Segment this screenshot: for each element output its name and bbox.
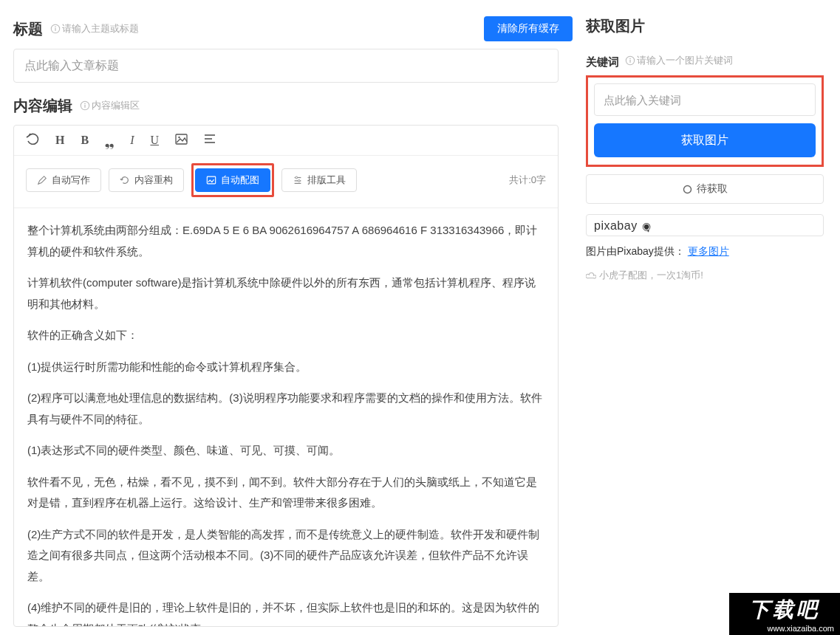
info-icon xyxy=(625,55,635,66)
circle-icon xyxy=(683,185,692,194)
paragraph: (1)表达形式不同的硬件类型、颜色、味道、可见、可摸、可闻。 xyxy=(27,440,544,461)
editor-box: H B ❟❟ I U 自动写作 内容重构 xyxy=(13,125,559,627)
sidebar-footer: 小虎子配图，一次1淘币! xyxy=(586,269,824,282)
title-hint-text: 请输入主题或标题 xyxy=(62,22,139,35)
auto-image-highlight: 自动配图 xyxy=(191,163,274,197)
paragraph: (4)维护不同的硬件是旧的，理论上软件是旧的，并不坏，但实际上软件也是旧的和坏的… xyxy=(27,597,544,626)
clear-cache-button[interactable]: 清除所有缓存 xyxy=(484,16,573,41)
auto-write-label: 自动写作 xyxy=(52,174,90,187)
provider-row: 图片由Pixabay提供： 更多图片 xyxy=(586,245,824,258)
keyword-input[interactable] xyxy=(594,83,816,116)
svg-point-4 xyxy=(84,103,86,105)
paragraph: 软件看不见，无色，枯燥，看不见，摸不到，闻不到。软件大部分存在于人们的头脑或纸上… xyxy=(27,472,544,514)
paragraph: (1)提供运行时所需功能和性能的命令或计算机程序集合。 xyxy=(27,357,544,378)
image-plus-icon xyxy=(206,175,216,185)
keyword-label: 关键词 xyxy=(586,55,619,69)
pencil-icon xyxy=(37,175,47,185)
svg-rect-5 xyxy=(84,105,85,108)
cloud-icon xyxy=(586,270,596,281)
paragraph: (2)程序可以满意地处理信息的数据结构。(3)说明程序功能要求和程序需要的文档的… xyxy=(27,388,544,430)
svg-point-20 xyxy=(683,185,691,193)
camera-icon: ◉̟ xyxy=(639,220,652,232)
heading-icon[interactable]: H xyxy=(55,134,64,147)
editor-content[interactable]: 整个计算机系统由两部分组成：E.69DA 5 E 6 BA 9062616964… xyxy=(14,208,558,626)
refresh-icon xyxy=(120,175,130,185)
title-left: 标题 请输入主题或标题 xyxy=(13,19,139,39)
content-hint-text: 内容编辑区 xyxy=(92,99,140,112)
content-label: 内容编辑 xyxy=(13,96,72,116)
pixabay-logo: pixabay ◉̟ xyxy=(586,214,824,236)
keyword-highlight-box: 获取图片 xyxy=(586,75,824,167)
keyword-hint: 请输入一个图片关键词 xyxy=(625,54,733,67)
sidebar: 获取图片 关键词 请输入一个图片关键词 获取图片 待获取 pixabay ◉̟ … xyxy=(573,0,840,635)
sidebar-title: 获取图片 xyxy=(586,16,824,36)
title-header-row: 标题 请输入主题或标题 清除所有缓存 xyxy=(13,16,573,41)
svg-point-7 xyxy=(178,136,180,137)
underline-icon[interactable]: U xyxy=(150,134,159,147)
paragraph: 整个计算机系统由两部分组成：E.69DA 5 E 6 BA 9062616964… xyxy=(27,220,544,262)
watermark-url: www.xiazaiba.com xyxy=(729,624,840,635)
paragraph: 计算机软件(computer software)是指计算机系统中除硬件以外的所有… xyxy=(27,272,544,315)
watermark-main: 下载吧 xyxy=(729,593,840,624)
image-icon[interactable] xyxy=(175,134,188,148)
title-label: 标题 xyxy=(13,19,43,39)
auto-image-label: 自动配图 xyxy=(221,174,259,187)
pending-label: 待获取 xyxy=(697,182,728,196)
format-toolbar: H B ❟❟ I U xyxy=(14,126,558,156)
keyword-label-row: 关键词 请输入一个图片关键词 xyxy=(586,54,824,69)
svg-point-15 xyxy=(298,179,300,182)
fetch-image-button[interactable]: 获取图片 xyxy=(594,123,816,157)
keyword-hint-text: 请输入一个图片关键词 xyxy=(637,54,733,67)
main-column: 标题 请输入主题或标题 清除所有缓存 内容编辑 内容编辑区 H B ❟❟ I xyxy=(0,0,573,635)
content-header-row: 内容编辑 内容编辑区 xyxy=(13,96,573,116)
undo-icon[interactable] xyxy=(26,133,39,148)
pending-status[interactable]: 待获取 xyxy=(586,174,824,204)
svg-rect-19 xyxy=(629,60,630,63)
svg-point-18 xyxy=(629,58,631,60)
action-toolbar: 自动写作 内容重构 自动配图 排版工具 共计:0字 xyxy=(14,156,558,208)
title-hint: 请输入主题或标题 xyxy=(50,22,139,35)
quote-icon[interactable]: ❟❟ xyxy=(105,140,114,146)
bold-icon[interactable]: B xyxy=(81,134,89,147)
provider-text: 图片由Pixabay提供： xyxy=(586,245,685,257)
content-left: 内容编辑 内容编辑区 xyxy=(13,96,140,116)
layout-tool-button[interactable]: 排版工具 xyxy=(281,168,357,192)
italic-icon[interactable]: I xyxy=(130,134,134,147)
svg-point-13 xyxy=(296,176,298,179)
word-count: 共计:0字 xyxy=(509,174,546,187)
paragraph: (2)生产方式不同的软件是开发，是人类智能的高发挥，而不是传统意义上的硬件制造。… xyxy=(27,524,544,588)
watermark: 下载吧 www.xiazaiba.com xyxy=(729,593,840,635)
info-icon xyxy=(50,24,61,34)
layout-tool-label: 排版工具 xyxy=(307,174,346,187)
paragraph: 软件的正确含义如下： xyxy=(27,325,544,346)
restructure-button[interactable]: 内容重构 xyxy=(109,168,184,192)
svg-rect-11 xyxy=(207,176,215,184)
svg-point-1 xyxy=(55,26,56,27)
settings-icon xyxy=(293,175,303,185)
auto-image-button[interactable]: 自动配图 xyxy=(195,168,270,192)
restructure-label: 内容重构 xyxy=(134,174,173,187)
more-images-link[interactable]: 更多图片 xyxy=(688,245,729,257)
align-icon[interactable] xyxy=(204,134,216,147)
content-hint: 内容编辑区 xyxy=(80,99,140,112)
svg-rect-2 xyxy=(55,27,55,30)
title-input[interactable] xyxy=(13,49,559,83)
auto-write-button[interactable]: 自动写作 xyxy=(26,168,101,192)
action-toolbar-left: 自动写作 内容重构 自动配图 排版工具 xyxy=(26,163,357,197)
sidebar-footer-text: 小虎子配图，一次1淘币! xyxy=(599,269,703,282)
info-icon xyxy=(80,100,90,111)
